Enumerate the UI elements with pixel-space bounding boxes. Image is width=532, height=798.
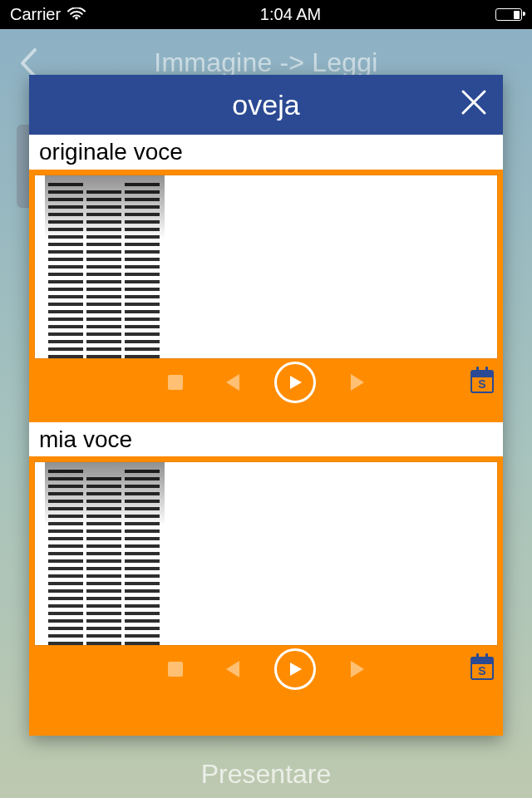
- calendar-glyph: S: [478, 664, 485, 677]
- modal-body: originale voce: [29, 135, 503, 736]
- close-button[interactable]: [458, 86, 490, 118]
- voice-compare-modal: oveja originale voce: [29, 75, 503, 736]
- stop-button[interactable]: [158, 652, 193, 687]
- modal-title: oveja: [232, 89, 299, 121]
- svg-marker-7: [351, 661, 364, 677]
- next-button[interactable]: [339, 652, 374, 687]
- svg-marker-5: [226, 661, 239, 677]
- stop-button[interactable]: [158, 365, 193, 400]
- svg-marker-2: [226, 374, 239, 391]
- status-right: [495, 8, 522, 21]
- status-left: Carrier: [10, 5, 86, 24]
- prev-button[interactable]: [216, 652, 251, 687]
- prev-button[interactable]: [216, 365, 251, 400]
- svg-marker-4: [351, 374, 364, 391]
- modal-header: oveja: [29, 75, 503, 135]
- my-voice-spectrogram: [34, 461, 498, 646]
- original-voice-controls: S: [34, 359, 498, 406]
- svg-marker-3: [290, 376, 302, 389]
- play-button[interactable]: [274, 362, 316, 403]
- wifi-icon: [67, 7, 86, 23]
- my-voice-panel: mia voce: [29, 422, 503, 693]
- nav-title: Immagine -> Leggi: [154, 47, 377, 78]
- play-button[interactable]: [274, 648, 316, 690]
- status-bar: Carrier 1:04 AM: [0, 0, 532, 29]
- calendar-glyph: S: [478, 377, 485, 391]
- next-button[interactable]: [339, 365, 374, 400]
- original-voice-spectrogram: [34, 175, 498, 359]
- original-voice-label: originale voce: [29, 135, 503, 170]
- original-voice-panel: originale voce: [29, 135, 503, 406]
- battery-icon: [495, 8, 522, 21]
- schedule-button[interactable]: S: [468, 367, 496, 396]
- svg-marker-6: [290, 663, 302, 676]
- clock: 1:04 AM: [260, 5, 321, 24]
- my-voice-controls: S: [34, 646, 498, 692]
- present-button[interactable]: Presentare: [0, 759, 532, 790]
- schedule-button[interactable]: S: [468, 654, 496, 682]
- my-voice-label: mia voce: [29, 422, 503, 457]
- carrier-label: Carrier: [10, 5, 61, 24]
